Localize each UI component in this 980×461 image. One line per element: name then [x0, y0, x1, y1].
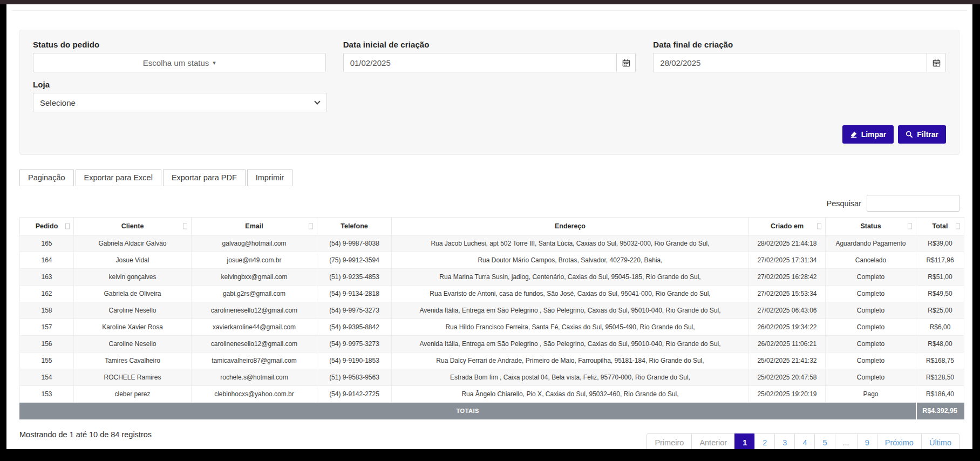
column-header-email[interactable]: Email [192, 218, 317, 235]
cell-telefone: (75) 9-9912-3594 [317, 252, 392, 269]
cell-email: carolinenesello12@gmail.com [192, 302, 317, 319]
table-toolbar: PaginaçãoExportar para ExcelExportar par… [19, 169, 959, 186]
cell-total: R$25,00 [916, 302, 964, 319]
cell-cliente: Gabriela de Oliveira [74, 286, 192, 302]
cell-endereco: Rua Doutor Mário Campos, Brotas, Salvado… [392, 252, 749, 269]
column-header-total[interactable]: Total [916, 218, 964, 235]
cell-email: josue@n49.com.br [192, 252, 317, 269]
orders-table: PedidoClienteEmailTelefoneEndereçoCriado… [19, 217, 964, 419]
toolbar-button-pagina-o[interactable]: Paginação [19, 169, 74, 186]
totals-value: R$4.392,95 [916, 403, 964, 419]
column-header-criado-em[interactable]: Criado em [749, 218, 826, 235]
cell-cliente: ROCHELE Ramires [74, 369, 192, 386]
totals-row: TOTAIS R$4.392,95 [20, 403, 964, 419]
cell-total: R$6,00 [916, 319, 964, 336]
sort-icon[interactable] [908, 223, 912, 229]
cell-endereco: Rua Dalcy Ferrari de Andrade, Primeiro d… [392, 352, 749, 369]
cell-criado-em: 28/02/2025 21:44:18 [749, 235, 826, 252]
column-header-label: Pedido [36, 222, 58, 230]
cell-criado-em: 25/02/2025 20:47:58 [749, 369, 826, 386]
clear-button-label: Limpar [861, 130, 887, 139]
cell-status: Aguardando Pagamento [826, 235, 916, 252]
table-row: 157Karoline Xavier Rosaxavierkaroline44@… [20, 319, 964, 336]
column-header-status[interactable]: Status [826, 218, 916, 235]
page-item-3[interactable]: 3 [774, 433, 795, 449]
column-header-label: Criado em [771, 222, 804, 230]
cell-email: tamicavalheiro87@gmail.com [192, 352, 317, 369]
cell-cliente: Gabriela Aldacir Galvão [74, 235, 192, 252]
page: Status do pedido Escolha um status ▾ Dat… [6, 4, 972, 449]
cell-criado-em: 27/02/2025 16:28:42 [749, 269, 826, 286]
search-icon [906, 131, 913, 138]
cell-pedido: 156 [20, 336, 74, 352]
cell-email: kelvingbxx@gmail.com [192, 269, 317, 286]
cell-endereco: Rua Marina Turra Susin, jadlog, Centenár… [392, 269, 749, 286]
cell-email: carolinenesello12@gmail.com [192, 336, 317, 352]
cell-pedido: 163 [20, 269, 74, 286]
cell-criado-em: 27/02/2025 17:31:34 [749, 252, 826, 269]
toolbar-button-exportar-para-pdf[interactable]: Exportar para PDF [163, 169, 246, 186]
cell-endereco: Avenida Itália, Entrega em São Pelegrino… [392, 302, 749, 319]
cell-status: Completo [826, 286, 916, 302]
cell-telefone: (54) 9-9987-8038 [317, 235, 392, 252]
page-item-pr-ximo[interactable]: Próximo [877, 433, 922, 449]
cell-pedido: 162 [20, 286, 74, 302]
table-header-row: PedidoClienteEmailTelefoneEndereçoCriado… [20, 218, 964, 235]
column-header-cliente[interactable]: Cliente [74, 218, 192, 235]
toolbar-button-imprimir[interactable]: Imprimir [247, 169, 292, 186]
cell-total: R$48,00 [916, 336, 964, 352]
column-header-pedido[interactable]: Pedido [20, 218, 74, 235]
cell-criado-em: 27/02/2025 15:53:34 [749, 286, 826, 302]
date-end-label: Data final de criação [653, 40, 946, 49]
page-item-1[interactable]: 1 [734, 433, 755, 449]
date-start-input[interactable] [343, 53, 617, 72]
cell-total: R$186,40 [916, 386, 964, 403]
store-filter-label: Loja [33, 80, 327, 89]
sort-icon[interactable] [956, 223, 960, 229]
page-item-5[interactable]: 5 [814, 433, 835, 449]
cell-endereco: Rua Hildo Francisco Ferreira, Santa Fé, … [392, 319, 749, 336]
table-row: 155Tamires Cavalheirotamicavalheiro87@gm… [20, 352, 964, 369]
cell-endereco: Rua Ângelo Chiarello, Pio X, Caxias do S… [392, 386, 749, 403]
store-select[interactable]: Selecione [33, 93, 327, 112]
cell-cliente: Josue Vidal [74, 252, 192, 269]
cell-pedido: 158 [20, 302, 74, 319]
cell-status: Completo [826, 269, 916, 286]
cell-criado-em: 25/02/2025 19:20:19 [749, 386, 826, 403]
column-header-label: Endereço [555, 222, 586, 230]
page-item-9[interactable]: 9 [857, 433, 877, 449]
filter-panel: Status do pedido Escolha um status ▾ Dat… [19, 30, 959, 155]
calendar-icon[interactable] [927, 53, 946, 72]
status-dropdown-value: Escolha um status [143, 58, 209, 67]
sort-icon[interactable] [817, 223, 821, 229]
table-row: 165Gabriela Aldacir Galvãogalvaog@hotmai… [20, 235, 964, 252]
cell-telefone: (54) 9-9395-8842 [317, 319, 392, 336]
cell-telefone: (54) 9-9190-1853 [317, 352, 392, 369]
store-filter-group: Loja Selecione [33, 80, 327, 112]
search-input[interactable] [867, 195, 959, 212]
cell-criado-em: 25/02/2025 21:41:32 [749, 352, 826, 369]
date-end-input[interactable] [653, 53, 927, 72]
page-item--ltimo[interactable]: Último [921, 433, 959, 449]
cell-endereco: Avenida Itália, Entrega em São Pelegrino… [392, 336, 749, 352]
cell-email: rochele.s@hotmail.com [192, 369, 317, 386]
cell-total: R$117,96 [916, 252, 964, 269]
cell-status: Completo [826, 352, 916, 369]
toolbar-button-exportar-para-excel[interactable]: Exportar para Excel [76, 169, 161, 186]
sort-icon[interactable] [309, 223, 313, 229]
filter-button[interactable]: Filtrar [898, 125, 946, 144]
sort-icon[interactable] [65, 223, 70, 229]
status-dropdown[interactable]: Escolha um status ▾ [33, 53, 326, 72]
cell-total: R$128,50 [916, 369, 964, 386]
page-item-2[interactable]: 2 [754, 433, 775, 449]
calendar-icon[interactable] [616, 53, 636, 72]
clear-button[interactable]: Limpar [842, 125, 894, 144]
cell-total: R$168,75 [916, 352, 964, 369]
page-item-4[interactable]: 4 [794, 433, 815, 449]
cell-email: gabi.g2rs@gmail.com [192, 286, 317, 302]
cell-telefone: (51) 9-9235-4853 [317, 269, 392, 286]
date-end-group: Data final de criação [653, 40, 946, 72]
cell-telefone: (51) 9-9583-9563 [317, 369, 392, 386]
sort-icon[interactable] [183, 223, 187, 229]
top-divider [12, 10, 967, 11]
